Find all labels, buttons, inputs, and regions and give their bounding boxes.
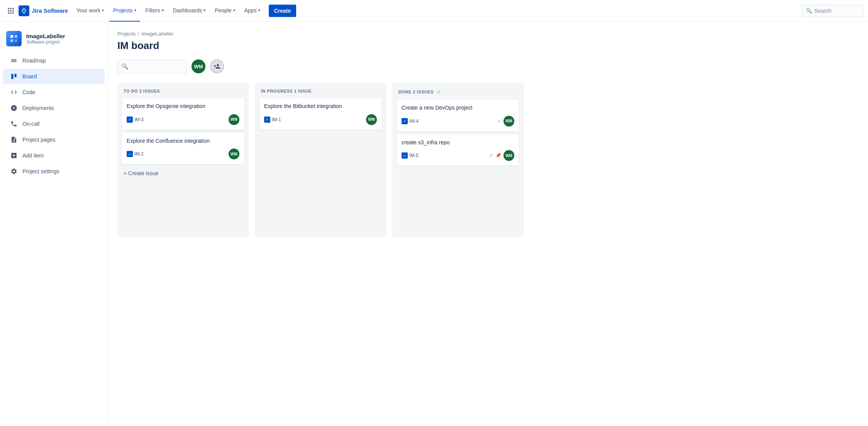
sidebar-code-label: Code [22, 89, 35, 95]
page-title: IM board [117, 40, 859, 52]
sidebar-item-board[interactable]: Board [3, 69, 105, 84]
dashboards-menu[interactable]: Dashboards ▾ [169, 0, 210, 22]
card-im1-checkbox: ✓ [264, 117, 270, 123]
additem-icon [9, 151, 19, 160]
create-issue-label: + Create issue [124, 170, 159, 176]
card-im1-footer: ✓ IM-1 WM [264, 114, 377, 125]
breadcrumb: Projects / ImageLabeller [117, 31, 859, 37]
oncall-icon [9, 119, 19, 128]
card-im1-title: Explore the Bitbucket integration [264, 103, 377, 110]
breadcrumb-project[interactable]: ImageLabeller [142, 31, 173, 37]
card-im4-avatar: WM [504, 116, 514, 127]
card-im3-footer: ✓ IM-3 WM [127, 114, 239, 125]
create-issue-button[interactable]: + Create issue [122, 167, 244, 179]
projects-menu[interactable]: Projects ▾ [109, 0, 140, 22]
todo-column-header: TO DO 2 ISSUES [122, 87, 244, 98]
topnav: Jira Software Your work ▾ Projects ▾ Fil… [0, 0, 868, 22]
sidebar-item-oncall[interactable]: On-call [3, 116, 105, 132]
done-column: DONE 2 ISSUES ✓ Create a new DevOps proj… [392, 83, 524, 237]
card-im1-id: IM-1 [272, 117, 281, 122]
svg-rect-1 [10, 8, 11, 9]
apps-menu[interactable]: Apps ▾ [241, 0, 264, 22]
board-filters: 🔍 WM [117, 59, 859, 73]
add-assignee-button[interactable] [210, 59, 224, 73]
card-im5-pin-icon: 📌 [495, 153, 501, 158]
card-im4-done-icon: ✓ [497, 118, 501, 124]
project-name: ImageLabeller [26, 33, 65, 39]
breadcrumb-sep: / [138, 31, 139, 37]
jira-logo[interactable]: Jira Software [19, 5, 68, 16]
card-im4-actions: ✓ WM [497, 116, 514, 127]
card-im3[interactable]: Explore the Opsgenie integration ✓ IM-3 … [122, 98, 244, 130]
search-icon: 🔍 [806, 8, 812, 14]
card-im2-id: IM-2 [134, 151, 144, 157]
sidebar-item-projectpages[interactable]: Project pages [3, 132, 105, 147]
projects-chevron: ▾ [134, 8, 136, 12]
project-type: Software project [26, 39, 65, 45]
svg-rect-6 [8, 12, 9, 14]
card-im5-title: create s3_infra repo [402, 139, 514, 147]
people-menu[interactable]: People ▾ [211, 0, 239, 22]
card-im3-title: Explore the Opsgenie integration [127, 103, 239, 110]
done-column-header: DONE 2 ISSUES ✓ [397, 87, 519, 100]
create-button[interactable]: Create [269, 5, 297, 17]
grid-menu-button[interactable] [5, 5, 17, 17]
dashboards-chevron: ▾ [203, 8, 205, 12]
svg-rect-14 [15, 74, 17, 77]
projectsettings-icon [9, 167, 19, 176]
sidebar-additem-label: Add item [22, 152, 44, 159]
done-check-icon: ✓ [437, 89, 441, 95]
sidebar-board-label: Board [22, 73, 37, 79]
sidebar-item-projectsettings[interactable]: Project settings [3, 164, 105, 179]
sidebar-item-additem[interactable]: Add item [3, 148, 105, 163]
board-icon [9, 72, 19, 81]
card-im1-avatar: WM [366, 114, 377, 125]
card-im4-id: IM-4 [409, 118, 419, 124]
card-im2[interactable]: Explore the Confluence integration ✓ IM-… [122, 133, 244, 164]
svg-rect-8 [12, 12, 14, 14]
card-im2-title: Explore the Confluence integration [127, 137, 239, 145]
card-im3-id: IM-3 [134, 117, 144, 122]
card-im2-avatar: WM [229, 149, 239, 159]
svg-rect-0 [8, 8, 9, 9]
code-icon [9, 88, 19, 97]
board: TO DO 2 ISSUES Explore the Opsgenie inte… [117, 83, 859, 237]
svg-rect-13 [11, 74, 13, 79]
card-im5[interactable]: create s3_infra repo ✓ IM-5 ✓ 📌 WM [397, 134, 519, 166]
search-bar[interactable]: 🔍 Search [802, 5, 863, 17]
svg-rect-11 [10, 39, 13, 42]
todo-column-title: TO DO 2 ISSUES [124, 89, 160, 93]
card-im5-done-icon: ✓ [489, 153, 493, 158]
card-im5-actions: ✓ 📌 WM [489, 150, 514, 161]
svg-rect-2 [12, 8, 14, 9]
project-header: ImageLabeller Software project [0, 28, 108, 52]
sidebar-item-deployments[interactable]: Deployments [3, 100, 105, 116]
your-work-menu[interactable]: Your work ▾ [73, 0, 108, 22]
your-work-chevron: ▾ [102, 8, 104, 12]
sidebar-oncall-label: On-call [22, 121, 39, 127]
card-im4[interactable]: Create a new DevOps project ✓ IM-4 ✓ WM [397, 100, 519, 131]
card-im3-checkbox: ✓ [127, 117, 133, 123]
card-im4-footer: ✓ IM-4 ✓ WM [402, 116, 514, 127]
sidebar-deployments-label: Deployments [22, 105, 54, 111]
breadcrumb-projects[interactable]: Projects [117, 31, 136, 37]
main-content: Projects / ImageLabeller IM board 🔍 WM T… [108, 22, 868, 426]
sidebar-item-code[interactable]: Code [3, 85, 105, 100]
svg-rect-10 [15, 35, 17, 38]
project-icon [6, 31, 22, 46]
done-column-title: DONE 2 ISSUES [398, 90, 434, 94]
apps-chevron: ▾ [258, 8, 260, 12]
board-search-input[interactable]: 🔍 [117, 59, 187, 73]
inprogress-column: IN PROGRESS 1 ISSUE Explore the Bitbucke… [255, 83, 386, 237]
sidebar-projectsettings-label: Project settings [22, 168, 59, 174]
inprogress-column-title: IN PROGRESS 1 ISSUE [261, 89, 312, 93]
sidebar-item-roadmap[interactable]: Roadmap [3, 53, 105, 68]
todo-column: TO DO 2 ISSUES Explore the Opsgenie inte… [117, 83, 249, 237]
card-im2-checkbox: ✓ [127, 151, 133, 157]
card-im1[interactable]: Explore the Bitbucket integration ✓ IM-1… [259, 98, 381, 130]
sidebar-roadmap-label: Roadmap [22, 57, 46, 64]
user-avatar-wm[interactable]: WM [192, 59, 205, 73]
filters-menu[interactable]: Filters ▾ [142, 0, 168, 22]
sidebar-projectpages-label: Project pages [22, 137, 56, 143]
inprogress-column-header: IN PROGRESS 1 ISSUE [259, 87, 381, 98]
